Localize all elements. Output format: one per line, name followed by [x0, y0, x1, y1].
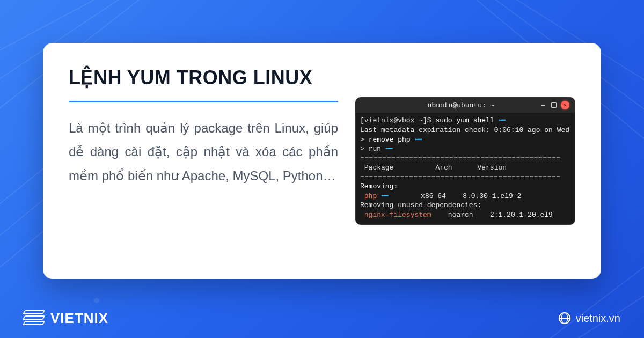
terminal-window: ubuntu@ubuntu: ~ — ✕ [vietnix@vbox ~]$ s…: [355, 97, 575, 224]
arrow-icon: ⬅━: [498, 116, 504, 124]
arrow-icon: ⬅━: [385, 145, 392, 153]
page-title: LỆNH YUM TRONG LINUX: [69, 67, 338, 89]
terminal-titlebar: ubuntu@ubuntu: ~ — ✕: [356, 98, 575, 113]
shell-prompt: [vietnix@vbox ~]$: [360, 116, 431, 124]
yum-remove-cmd: remove php: [369, 136, 411, 144]
title-divider: [69, 101, 338, 102]
divider-line: ========================================…: [360, 173, 561, 181]
terminal-body: [vietnix@vbox ~]$ sudo yum shell ⬅━ Last…: [356, 113, 575, 224]
globe-icon: [559, 312, 570, 324]
removing-label: Removing:: [360, 182, 398, 190]
text-column: LỆNH YUM TRONG LINUX Là một trình quản l…: [69, 67, 338, 255]
col-package: Package: [364, 164, 394, 172]
content-card: LỆNH YUM TRONG LINUX Là một trình quản l…: [43, 43, 601, 279]
brand-name: VIETNIX: [50, 310, 108, 327]
col-arch: Arch: [435, 164, 452, 172]
description-text: Là một trình quản lý package trên Linux,…: [69, 116, 338, 188]
yum-run-cmd: run: [369, 145, 381, 153]
close-icon[interactable]: ✕: [561, 101, 569, 109]
package-nginx-fs: nginx-filesystem: [364, 211, 431, 219]
package-php: php: [364, 192, 377, 200]
brand: VIETNIX: [24, 310, 108, 327]
terminal-column: ubuntu@ubuntu: ~ — ✕ [vietnix@vbox ~]$ s…: [355, 67, 575, 255]
footer-bar: VIETNIX vietnix.vn: [0, 298, 644, 338]
terminal-title: ubuntu@ubuntu: ~: [387, 101, 535, 109]
arrow-icon: ⬅━: [381, 192, 387, 200]
unused-deps-label: Removing unused dependencies:: [360, 201, 481, 209]
maximize-icon[interactable]: [550, 101, 558, 109]
site-url: vietnix.vn: [576, 312, 620, 325]
logo-icon: [24, 310, 44, 326]
divider-line: ========================================…: [360, 155, 561, 163]
shell-command: sudo yum shell: [435, 116, 494, 124]
site-link[interactable]: vietnix.vn: [559, 312, 620, 325]
arrow-icon: ⬅━: [414, 136, 421, 144]
minimize-icon[interactable]: —: [539, 101, 547, 109]
meta-line: Last metadata expiration check: 0:06:10 …: [360, 126, 569, 134]
col-version: Version: [477, 164, 507, 172]
